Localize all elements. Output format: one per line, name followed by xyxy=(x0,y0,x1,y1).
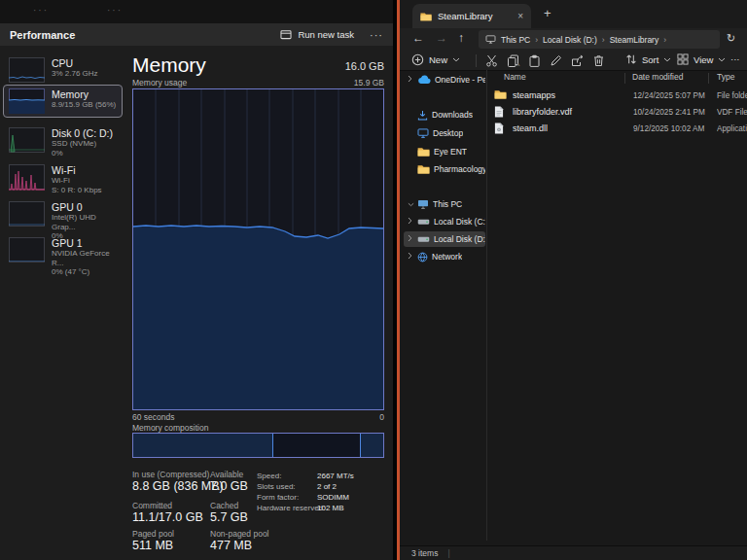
memory-standby-segment[interactable] xyxy=(273,434,361,457)
sidebar-item-gpu1[interactable]: GPU 1 NVIDIA GeForce R... 0% (47 °C) xyxy=(3,233,123,281)
sidebar-item-onedrive[interactable]: OneDrive - Persona xyxy=(404,72,485,88)
toolbar-more-button[interactable]: ··· xyxy=(730,53,740,64)
sidebar-item-network[interactable]: Network xyxy=(404,249,485,264)
detail-speed-label: Speed: xyxy=(257,472,281,481)
column-header-date[interactable]: Date modified xyxy=(632,72,683,82)
sidebar-item-detail: NVIDIA GeForce R... xyxy=(52,249,117,267)
memory-composition-bar xyxy=(132,433,384,458)
sidebar-item-downloads[interactable]: Downloads xyxy=(404,107,485,122)
more-options-button[interactable]: ··· xyxy=(370,29,383,41)
explorer-tab-bar: SteamLibrary × + xyxy=(400,0,747,28)
detail-form-factor-value: SODIMM xyxy=(317,493,349,503)
breadcrumb-local-disk-d[interactable]: Local Disk (D:) xyxy=(543,35,597,45)
memory-free-segment[interactable] xyxy=(361,434,383,457)
graph-time-right-label: 0 xyxy=(311,412,384,422)
memory-mini-graph-icon xyxy=(9,88,45,114)
sort-button[interactable]: Sort xyxy=(625,53,671,65)
detail-form-factor-label: Form factor: xyxy=(257,493,299,503)
memory-usage-graph-plot xyxy=(133,89,383,409)
breadcrumb-separator: › xyxy=(602,35,605,45)
sidebar-item-label: OneDrive - Persona xyxy=(435,75,485,85)
breadcrumb-steamlibrary[interactable]: SteamLibrary xyxy=(610,35,659,45)
column-header-type[interactable]: Type xyxy=(717,72,734,82)
stat-label: Paged pool xyxy=(132,529,210,539)
sidebar-item-label: Local Disk (D:) xyxy=(434,234,485,244)
sidebar-item-local-disk-c[interactable]: Local Disk (C:) xyxy=(404,214,485,229)
sidebar-item-detail: Wi-Fi xyxy=(52,176,102,186)
file-row-steamapps[interactable]: steamapps 12/24/2025 5:07 PM File folder xyxy=(489,88,747,104)
file-type: VDF File xyxy=(717,108,747,117)
file-row-steam-dll[interactable]: steam.dll 9/12/2025 10:02 AM Application… xyxy=(489,121,747,137)
sidebar-item-cpu[interactable]: CPU 3% 2.76 GHz xyxy=(3,53,123,87)
memory-usage-max: 15.9 GB xyxy=(311,78,384,88)
memory-in-use-segment[interactable] xyxy=(133,434,273,457)
stat-in-use: In use (Compressed) 8.8 GB (836 MB) xyxy=(132,470,210,494)
screen: ··· ··· Performance Run new task ··· xyxy=(0,0,747,560)
column-divider[interactable] xyxy=(708,73,709,84)
onedrive-cloud-icon xyxy=(417,75,431,85)
disk-mini-graph-icon xyxy=(9,127,45,153)
chevron-right-icon xyxy=(408,217,413,227)
sidebar-item-label: Downloads xyxy=(432,110,473,120)
detail-hw-reserved-value: 102 MB xyxy=(317,504,344,513)
sidebar-item-label: Local Disk (C:) xyxy=(434,217,485,227)
sidebar-item-disk0[interactable]: Disk 0 (C: D:) SSD (NVMe) 0% xyxy=(3,123,123,161)
file-name: libraryfolder.vdf xyxy=(513,107,572,117)
new-button[interactable]: New xyxy=(411,53,460,66)
column-header-name[interactable]: Name xyxy=(504,72,526,82)
pane-divider[interactable] xyxy=(486,70,487,541)
this-pc-icon xyxy=(485,35,496,44)
column-divider[interactable] xyxy=(624,73,625,84)
sidebar-item-wifi[interactable]: Wi-Fi Wi-Fi S: 0 R: 0 Kbps xyxy=(3,160,123,198)
status-divider: | xyxy=(447,548,449,558)
paste-icon[interactable] xyxy=(528,54,541,67)
rename-icon[interactable] xyxy=(550,54,562,67)
sidebar-item-memory[interactable]: Memory 8.9/15.9 GB (56%) xyxy=(3,85,123,118)
sidebar-item-this-pc[interactable]: This PC xyxy=(404,196,485,212)
forward-button[interactable]: → xyxy=(436,31,447,45)
refresh-button[interactable]: ↻ xyxy=(727,32,735,45)
stat-committed: Committed 11.1/17.0 GB xyxy=(132,501,210,525)
sidebar-item-detail: 3% 2.76 GHz xyxy=(52,69,98,79)
up-button[interactable]: ↑ xyxy=(458,31,464,45)
downloads-icon xyxy=(417,110,428,121)
view-button[interactable]: View xyxy=(677,53,726,65)
share-icon[interactable] xyxy=(571,54,584,67)
folder-icon xyxy=(417,147,430,157)
graph-time-left-label: 60 seconds xyxy=(132,412,174,422)
run-new-task-label: Run new task xyxy=(298,29,354,40)
sidebar-item-pharmacology[interactable]: Pharmacology xyxy=(404,161,485,177)
performance-header: Performance Run new task ··· xyxy=(0,23,393,46)
this-pc-icon xyxy=(417,199,429,209)
task-manager-window: ··· ··· Performance Run new task ··· xyxy=(0,0,393,560)
sort-button-label: Sort xyxy=(642,54,658,65)
sidebar-item-eye-ent[interactable]: Eye ENT xyxy=(404,144,485,159)
stat-label: Non-paged pool xyxy=(210,529,288,539)
drive-icon xyxy=(417,218,430,226)
sidebar-item-detail: S: 0 R: 0 Kbps xyxy=(52,186,102,195)
sidebar-item-desktop[interactable]: Desktop xyxy=(404,125,485,141)
desktop-icon xyxy=(417,128,429,138)
sidebar-item-detail: 8.9/15.9 GB (56%) xyxy=(52,100,116,110)
new-tab-button[interactable]: + xyxy=(544,6,551,20)
titlebar-dots-icon: ··· xyxy=(107,5,123,16)
sidebar-item-label: Wi-Fi xyxy=(52,164,102,176)
cut-icon[interactable] xyxy=(485,54,498,67)
view-button-label: View xyxy=(694,54,713,65)
address-bar[interactable]: This PC › Local Disk (D:) › SteamLibrary… xyxy=(479,30,720,49)
folder-icon xyxy=(417,164,430,174)
detail-speed-value: 2667 MT/s xyxy=(317,472,354,481)
breadcrumb-separator: › xyxy=(535,35,538,45)
file-row-libraryfolder[interactable]: libraryfolder.vdf 10/24/2025 2:41 PM VDF… xyxy=(489,104,747,121)
back-button[interactable]: ← xyxy=(412,31,424,45)
file-type: Application exten xyxy=(717,124,747,133)
stat-value: 477 MB xyxy=(210,539,288,553)
run-new-task-button[interactable]: Run new task xyxy=(280,29,354,40)
breadcrumb-this-pc[interactable]: This PC xyxy=(501,35,530,45)
tab-steamlibrary[interactable]: SteamLibrary × xyxy=(412,4,531,28)
sidebar-item-local-disk-d[interactable]: Local Disk (D:) xyxy=(404,231,485,247)
tab-close-icon[interactable]: × xyxy=(517,11,523,21)
delete-icon[interactable] xyxy=(592,54,605,67)
sidebar-item-label: Network xyxy=(432,252,462,262)
file-name: steamapps xyxy=(513,90,555,100)
